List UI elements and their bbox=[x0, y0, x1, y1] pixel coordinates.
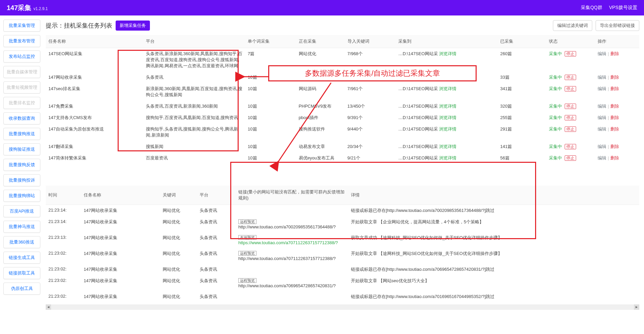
cell-target: …D:\147SEO网站采 浏览详情 bbox=[396, 48, 497, 72]
stop-button[interactable]: 停止 bbox=[565, 115, 576, 120]
preview-badge[interactable]: 远程预览 bbox=[238, 219, 256, 224]
sidebar-item-11[interactable]: 批量搜狗绑站 bbox=[3, 190, 40, 202]
sidebar-item-13[interactable]: 批量神马推送 bbox=[3, 221, 40, 233]
cell-detail: 开始获取文章 【途网科技_网站SEO优化如何做_关于SEO优化详细操作步骤】 bbox=[348, 248, 639, 264]
edit-link[interactable]: 编辑 bbox=[598, 126, 606, 132]
sidebar-item-2[interactable]: 发布站点监控 bbox=[3, 50, 40, 63]
browse-detail-link[interactable]: 浏览详情 bbox=[439, 126, 456, 132]
cell-collecting: 网站收录 bbox=[296, 72, 345, 83]
browse-detail-link[interactable]: 浏览详情 bbox=[439, 115, 456, 120]
edit-link[interactable]: 编辑 bbox=[598, 51, 606, 56]
table-row: 147SEO网站采集头条资讯,新浪新闻,360新闻,凤凰新闻,搜狗知乎,百度资讯… bbox=[46, 48, 639, 72]
cell-op: 编辑|删除 bbox=[595, 141, 639, 152]
sidebar-item-16[interactable]: 链接抓取工具 bbox=[3, 267, 40, 279]
cell-log-platform: 头条资讯 bbox=[197, 232, 236, 248]
cell-task: 147翻译采集 bbox=[46, 141, 143, 152]
sidebar: 批量采集管理批量发布管理发布站点监控批量自媒体管理批量短视频管理批量排名监控收录… bbox=[0, 15, 44, 314]
preview-badge[interactable]: 远程预览 bbox=[238, 251, 256, 256]
sidebar-item-14[interactable]: 批量360推送 bbox=[3, 236, 40, 248]
delete-link[interactable]: 删除 bbox=[610, 104, 619, 109]
link-vps-settings[interactable]: VPS拨号设置 bbox=[609, 5, 637, 11]
cell-collecting: pboot插件 bbox=[296, 112, 345, 123]
browse-detail-link[interactable]: 浏览详情 bbox=[439, 144, 456, 149]
sidebar-item-12[interactable]: 百度API推送 bbox=[3, 205, 40, 217]
stop-button[interactable]: 停止 bbox=[565, 86, 576, 91]
edit-filter-button[interactable]: 编辑过滤关键词 bbox=[553, 20, 592, 31]
export-errors-button[interactable]: 导出全部错误链接 bbox=[596, 20, 639, 31]
scroll-left-icon[interactable]: ◄ bbox=[46, 304, 51, 310]
delete-link[interactable]: 删除 bbox=[610, 126, 619, 132]
delete-link[interactable]: 删除 bbox=[610, 51, 619, 56]
cell-platform: 搜狗知乎,百度资讯,凤凰新闻,百度知道,搜狗资讯 bbox=[143, 112, 245, 123]
preview-badge[interactable]: 远程预览 bbox=[238, 278, 256, 283]
sidebar-item-10[interactable]: 批量搜狗投诉 bbox=[3, 174, 40, 186]
browse-detail-link[interactable]: 浏览详情 bbox=[439, 51, 456, 56]
edit-link[interactable]: 编辑 bbox=[598, 155, 606, 160]
log-row: 21:23:02:147网站收录采集网站优化头条资讯链接或标题已存在[http:… bbox=[46, 291, 639, 302]
cell-count: 56篇 bbox=[497, 152, 546, 164]
sidebar-item-7[interactable]: 批量搜狗推送 bbox=[3, 128, 40, 140]
edit-link[interactable]: 编辑 bbox=[598, 75, 606, 80]
cell-log-task: 147网站收录采集 bbox=[81, 232, 160, 248]
link-qq-group[interactable]: 采集QQ群 bbox=[581, 5, 602, 11]
th-platform: 平台 bbox=[143, 35, 245, 48]
stop-button[interactable]: 停止 bbox=[565, 144, 576, 149]
status-badge: 采集中 bbox=[549, 126, 562, 132]
cell-platform: 搜狗知乎,头条资讯,搜狐新闻,搜狗公众号,腾讯新闻,新浪新闻 bbox=[143, 123, 245, 141]
delete-link[interactable]: 删除 bbox=[610, 75, 619, 80]
cell-status: 采集中 停止 bbox=[546, 101, 595, 112]
stop-button[interactable]: 停止 bbox=[565, 104, 576, 109]
sidebar-item-8[interactable]: 搜狗验证推送 bbox=[3, 143, 40, 155]
browse-detail-link[interactable]: 浏览详情 bbox=[439, 104, 456, 109]
edit-link[interactable]: 编辑 bbox=[598, 104, 606, 109]
cell-target: …D:\147SEO网站采 浏览详情 bbox=[396, 83, 497, 101]
scroll-right-icon[interactable]: ► bbox=[634, 304, 639, 310]
cell-time: 21:23:02: bbox=[46, 264, 81, 275]
url-text[interactable]: http://www.toutiao.com/a7071122637157712… bbox=[238, 256, 336, 261]
cell-keyword: 网站优化 bbox=[160, 205, 197, 217]
sidebar-item-9[interactable]: 批量搜狗反馈 bbox=[3, 159, 40, 171]
browse-detail-link[interactable]: 浏览详情 bbox=[439, 75, 456, 80]
url-text[interactable]: http://www.toutiao.com/a7002098535617364… bbox=[238, 224, 336, 229]
url-text[interactable]: https://www.toutiao.com/a707112263715771… bbox=[238, 240, 338, 245]
cell-collecting: PHPCMSV9发布 bbox=[296, 101, 345, 112]
stop-button[interactable]: 停止 bbox=[565, 75, 576, 80]
new-task-button[interactable]: 新增采集任务 bbox=[116, 21, 150, 31]
sidebar-item-1[interactable]: 批量发布管理 bbox=[3, 35, 40, 47]
cell-import: 9/440个 bbox=[345, 123, 396, 141]
cell-log-platform: 头条资讯 bbox=[197, 264, 236, 275]
cell-status: 采集中 停止 bbox=[546, 112, 595, 123]
cell-collecting: 易优eyou发布工具 bbox=[296, 152, 345, 164]
cell-log-platform: 头条资讯 bbox=[197, 248, 236, 264]
cell-link bbox=[236, 291, 348, 302]
status-badge: 采集中 bbox=[549, 75, 562, 80]
stop-button[interactable]: 停止 bbox=[565, 51, 576, 57]
delete-link[interactable]: 删除 bbox=[610, 155, 619, 160]
cell-import: 7/961个 bbox=[345, 83, 396, 101]
edit-link[interactable]: 编辑 bbox=[598, 115, 606, 120]
cell-time: 21:23:14: bbox=[46, 216, 81, 232]
cell-import: 9/391个 bbox=[345, 112, 396, 123]
delete-link[interactable]: 删除 bbox=[610, 86, 619, 91]
sidebar-item-15[interactable]: 链接生成工具 bbox=[3, 252, 40, 264]
cell-single: 10篇 bbox=[245, 152, 296, 164]
browse-detail-link[interactable]: 浏览详情 bbox=[439, 155, 456, 160]
edit-link[interactable]: 编辑 bbox=[598, 144, 606, 149]
cell-time: 21:23:14: bbox=[46, 205, 81, 217]
browse-detail-link[interactable]: 浏览详情 bbox=[439, 86, 456, 91]
delete-link[interactable]: 删除 bbox=[610, 144, 619, 149]
sidebar-item-6[interactable]: 收录数据查询 bbox=[3, 112, 40, 124]
stop-button[interactable]: 停止 bbox=[565, 155, 576, 161]
stop-button[interactable]: 停止 bbox=[565, 126, 576, 132]
horizontal-scrollbar[interactable]: ◄ ► bbox=[46, 304, 639, 310]
th-log-platform: 平台 bbox=[197, 186, 236, 205]
url-text[interactable]: http://www.toutiao.com/a7069654728657420… bbox=[238, 283, 336, 288]
cell-detail: 链接或标题已存在[http://www.toutiao.com/a7069654… bbox=[348, 264, 639, 275]
sidebar-item-0[interactable]: 批量采集管理 bbox=[3, 20, 40, 32]
cell-status: 采集中 停止 bbox=[546, 72, 595, 83]
th-import: 导入关键词 bbox=[345, 35, 396, 48]
preview-badge[interactable]: 本地预览 bbox=[238, 235, 256, 240]
edit-link[interactable]: 编辑 bbox=[598, 86, 606, 91]
sidebar-item-17[interactable]: 伪原创工具 bbox=[3, 283, 40, 295]
delete-link[interactable]: 删除 bbox=[610, 115, 619, 120]
